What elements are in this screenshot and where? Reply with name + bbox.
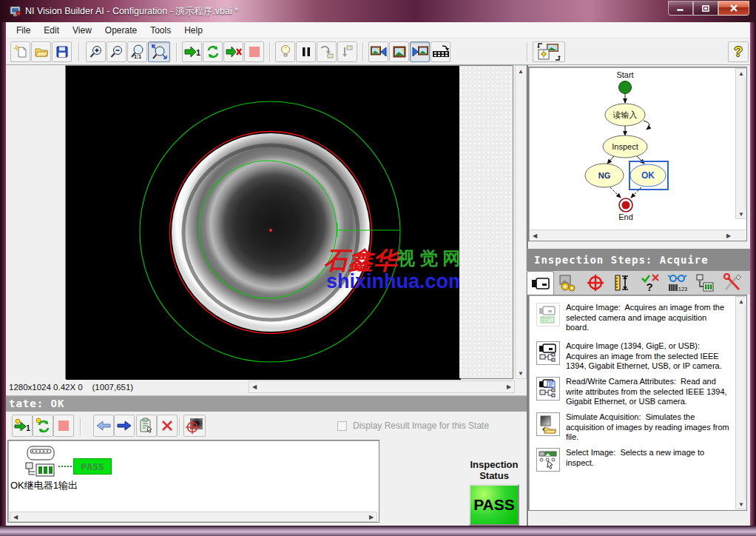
tab-check-presence[interactable]: ?: [636, 271, 664, 295]
svg-text:NG: NG: [598, 171, 611, 180]
image-viewport[interactable]: 石鑫华 视 觉 网 shixinhua.com: [65, 65, 513, 379]
diagram-end-label: End: [618, 212, 633, 221]
svg-text:读输入: 读输入: [612, 110, 638, 119]
help-icon: ?: [734, 44, 743, 60]
outputs-horizontal-scrollbar[interactable]: ◀▶: [10, 512, 377, 522]
window-border-left: [0, 22, 6, 526]
viewport-empty-area: [459, 66, 513, 378]
filmstrip-button[interactable]: [431, 41, 450, 62]
previous-image-button[interactable]: [368, 41, 388, 62]
tab-communicate[interactable]: [691, 271, 718, 295]
menu-operate[interactable]: Operate: [99, 24, 143, 37]
identify-barcode-icon: 123: [667, 273, 688, 292]
pass-fail-icon: ?: [641, 273, 660, 292]
step-into-button[interactable]: [337, 41, 357, 62]
menu-view[interactable]: View: [67, 24, 98, 37]
next-image-button[interactable]: [410, 41, 430, 62]
steps-list: Acquire Image: Acquires an image from th…: [528, 295, 747, 511]
next-image-icon: [412, 46, 428, 58]
new-file-icon: [13, 44, 28, 59]
zoom-fit-button[interactable]: [148, 41, 170, 62]
image-vertical-scrollbar[interactable]: ▲▼: [515, 65, 527, 379]
output-pass-badge: PASS: [73, 458, 112, 475]
highlight-execution-button[interactable]: [275, 41, 295, 62]
run-once-button[interactable]: 1: [182, 41, 202, 62]
diagram-start-label: Start: [616, 70, 633, 79]
tab-enhance-images[interactable]: [554, 271, 581, 295]
display-result-checkbox-row[interactable]: Display Result Image for this State: [337, 421, 489, 431]
step-item-camera-attributes[interactable]: Read/Write Camera Attributes: Read and w…: [536, 377, 736, 407]
delete-button[interactable]: [157, 415, 178, 437]
open-inspection-button[interactable]: [31, 41, 51, 62]
close-button[interactable]: [718, 1, 749, 16]
menu-edit[interactable]: Edit: [38, 24, 65, 37]
steps-panel-header: Inspection Steps: Acquire: [527, 249, 750, 271]
svg-text:Inspect: Inspect: [612, 142, 638, 151]
relay-output-icon[interactable]: [23, 445, 58, 479]
tools-icon: [723, 273, 742, 292]
image-horizontal-scrollbar[interactable]: ◀▶: [249, 381, 515, 393]
tab-additional-tools[interactable]: [718, 271, 746, 295]
run-loop-button[interactable]: [203, 41, 223, 62]
stop-state-button[interactable]: [53, 415, 74, 437]
run-until-fail-button[interactable]: [223, 41, 243, 62]
minimize-button[interactable]: [668, 1, 693, 16]
tab-identify-parts[interactable]: 123: [664, 271, 691, 295]
window-border-right: [750, 22, 756, 526]
menu-help[interactable]: Help: [178, 24, 209, 37]
next-state-button[interactable]: [114, 415, 135, 437]
browse-images-button[interactable]: [389, 41, 409, 62]
help-button[interactable]: ?: [728, 41, 749, 62]
previous-state-button[interactable]: [93, 415, 114, 437]
step-item-acquire-image[interactable]: Acquire Image: Acquires an image from th…: [536, 303, 736, 333]
step-item-acquire-image-1394[interactable]: Acquire Image (1394, GigE, or USB): Acqu…: [536, 341, 736, 372]
diagram-vertical-scrollbar[interactable]: ▲▼: [735, 68, 746, 219]
stop-icon: [249, 47, 260, 57]
state-diagram-panel[interactable]: Start 读输入 Inspect NG OK E: [528, 67, 747, 241]
save-icon: [55, 45, 69, 58]
run-once-icon: 1: [184, 46, 200, 58]
loop-icon: [206, 44, 220, 59]
watermark-blue: shixinhua.com: [326, 270, 461, 292]
previous-image-icon: [371, 46, 387, 58]
step-item-select-image[interactable]: Select Image: Selects a new image to ins…: [536, 448, 736, 472]
step-into-icon: [340, 45, 355, 58]
menu-tools[interactable]: Tools: [144, 24, 177, 37]
run-state-loop-button[interactable]: [33, 415, 53, 437]
new-inspection-button[interactable]: [10, 41, 30, 62]
output-item-label[interactable]: OK继电器1输出: [10, 479, 78, 492]
zoom-fit-icon: [150, 44, 168, 60]
step-item-simulate-acquisition[interactable]: Simulate Acquisition: Simulates the acqu…: [536, 412, 736, 443]
svg-text:123: 123: [678, 286, 687, 292]
maximize-button[interactable]: [693, 1, 718, 16]
svg-text:?: ?: [646, 281, 652, 292]
target-image-icon: [186, 418, 203, 434]
diagram-horizontal-scrollbar[interactable]: ◀▶: [530, 230, 746, 240]
app-window: NI Vision Builder AI - Configuration - 演…: [0, 0, 756, 536]
center-point: [269, 229, 272, 232]
tab-acquire-images[interactable]: [527, 271, 554, 295]
tab-measure-features[interactable]: [609, 271, 636, 295]
locate-crosshair-icon: [587, 274, 604, 292]
display-target-image-button[interactable]: [183, 415, 206, 437]
zoom-in-button[interactable]: [86, 41, 106, 62]
process-image-icon: [558, 274, 578, 292]
pause-button[interactable]: [296, 41, 316, 62]
save-inspection-button[interactable]: [52, 41, 72, 62]
steps-vertical-scrollbar[interactable]: ▲▼: [735, 296, 746, 509]
diagram-start-node[interactable]: [619, 81, 632, 94]
run-state-once-button[interactable]: 1: [12, 415, 33, 437]
select-result-button[interactable]: [136, 415, 157, 437]
menu-file[interactable]: File: [10, 24, 36, 37]
display-result-checkbox[interactable]: [337, 421, 347, 431]
open-folder-icon: [34, 44, 49, 59]
zoom-1-1-button[interactable]: 1:1: [127, 41, 147, 62]
switch-view-button[interactable]: [533, 41, 565, 62]
step-over-button[interactable]: [317, 41, 337, 62]
stop-button[interactable]: [244, 41, 264, 62]
tab-locate-features[interactable]: [581, 271, 609, 295]
steps-tab-bar: ? 123: [527, 271, 750, 295]
title-bar[interactable]: NI Vision Builder AI - Configuration - 演…: [0, 0, 756, 22]
main-toolbar: 1:1 1: [6, 38, 750, 65]
zoom-out-button[interactable]: [107, 41, 126, 62]
